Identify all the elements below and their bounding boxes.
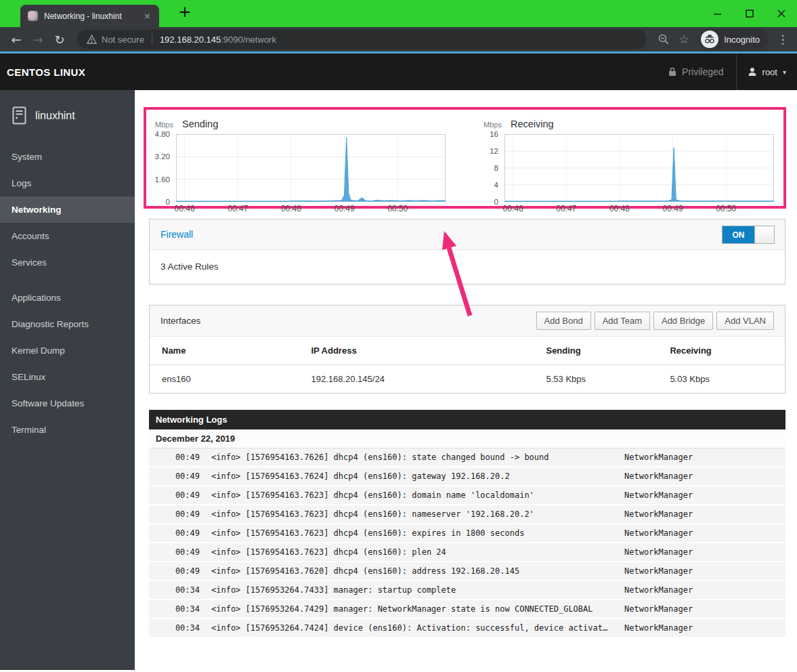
window-minimize-button[interactable] (702, 0, 733, 27)
warning-icon (87, 35, 97, 44)
add-bond-button[interactable]: Add Bond (536, 312, 591, 330)
log-row[interactable]: 00:49<info> [1576954163.7623] dhcp4 (ens… (149, 524, 785, 542)
privileged-badge: Privileged (668, 54, 736, 90)
sending-plot (176, 134, 446, 202)
logs-title: Networking Logs (149, 410, 785, 429)
sidebar-item-software-updates[interactable]: Software Updates (0, 390, 135, 417)
main-content: Mbps Sending 4.803.201.600 00:4600:4700:… (135, 90, 797, 670)
log-time: 00:49 (149, 547, 200, 558)
hostname-label: linuxhint (35, 110, 75, 122)
firewall-toggle[interactable]: ON (722, 226, 775, 244)
add-vlan-button[interactable]: Add VLAN (716, 312, 774, 330)
sidebar-item-networking[interactable]: Networking (0, 196, 135, 223)
log-time: 00:49 (149, 509, 200, 520)
sidebar: linuxhint SystemLogsNetworkingAccountsSe… (0, 90, 135, 670)
log-row[interactable]: 00:49<info> [1576954163.7620] dhcp4 (ens… (149, 562, 785, 580)
interface-row[interactable]: ens160192.168.20.145/245.53 Kbps5.03 Kbp… (150, 365, 785, 394)
browser-menu-icon[interactable]: ⋮ (774, 33, 792, 46)
log-time: 00:49 (149, 490, 200, 501)
x-tick-label: 00:49 (335, 204, 355, 213)
log-message: <info> [1576953264.7433] manager: startu… (211, 585, 624, 595)
log-service: NetworkManager (624, 547, 785, 558)
log-time: 00:34 (149, 585, 200, 595)
y-tick-label: 1.60 (155, 175, 170, 184)
sidebar-item-services[interactable]: Services (0, 249, 135, 276)
window-close-button[interactable] (765, 0, 797, 27)
sidebar-item-applications[interactable]: Applications (0, 285, 135, 311)
privileged-label: Privileged (682, 66, 723, 77)
reload-icon[interactable]: ↻ (49, 28, 70, 50)
logs-date-header: December 22, 2019 (149, 429, 785, 448)
sidebar-item-diagnostic-reports[interactable]: Diagnostic Reports (0, 311, 135, 337)
log-time: 00:34 (149, 623, 200, 633)
log-row[interactable]: 00:34<info> [1576953264.7424] device (en… (149, 619, 785, 637)
log-row[interactable]: 00:49<info> [1576954163.7623] dhcp4 (ens… (149, 486, 785, 504)
zoom-icon[interactable] (653, 29, 674, 49)
user-menu[interactable]: root ▾ (737, 67, 786, 77)
log-service: NetworkManager (624, 566, 785, 576)
log-row[interactable]: 00:49<info> [1576954163.7624] dhcp4 (ens… (149, 467, 785, 485)
receiving-chart-unit: Mbps (475, 121, 504, 129)
sidebar-item-accounts[interactable]: Accounts (0, 223, 135, 249)
log-message: <info> [1576953264.7429] manager: Networ… (211, 604, 624, 614)
log-row[interactable]: 00:49<info> [1576954163.7623] dhcp4 (ens… (149, 505, 785, 523)
log-row[interactable]: 00:34<info> [1576953264.7429] manager: N… (149, 600, 785, 618)
interfaces-panel: Interfaces Add BondAdd TeamAdd BridgeAdd… (149, 305, 785, 394)
y-tick-label: 0 (166, 198, 170, 206)
sending-y-axis: 4.803.201.600 (146, 134, 176, 202)
log-service: NetworkManager (624, 528, 785, 539)
log-message: <info> [1576954163.7623] dhcp4 (ens160):… (211, 528, 624, 539)
x-tick-label: 00:50 (387, 204, 408, 213)
interfaces-table: NameIP AddressSendingReceiving ens160192… (150, 337, 785, 393)
log-service: NetworkManager (624, 604, 785, 614)
log-row[interactable]: 00:34<info> [1576953264.7433] manager: s… (149, 581, 785, 599)
receiving-chart-title: Receiving (511, 119, 554, 129)
interface-cell: 5.03 Kbps (658, 365, 785, 394)
log-service: NetworkManager (624, 623, 785, 633)
sidebar-item-selinux[interactable]: SELinux (0, 364, 135, 390)
add-bridge-button[interactable]: Add Bridge (653, 312, 713, 330)
chevron-down-icon: ▾ (783, 68, 786, 76)
y-tick-label: 12 (490, 147, 498, 155)
log-message: <info> [1576954163.7624] dhcp4 (ens160):… (211, 471, 624, 482)
back-icon[interactable]: ← (5, 28, 27, 50)
sidebar-item-system[interactable]: System (0, 144, 135, 170)
firewall-link[interactable]: Firewall (160, 229, 193, 240)
security-label: Not secure (102, 35, 144, 45)
log-message: <info> [1576954163.7623] dhcp4 (ens160):… (211, 547, 624, 558)
app-header: CENTOS LINUX Privileged root ▾ (0, 54, 797, 90)
bookmark-star-icon[interactable]: ☆ (674, 29, 694, 49)
user-icon (748, 67, 757, 77)
sidebar-item-kernel-dump[interactable]: Kernel Dump (0, 337, 135, 364)
window-maximize-button[interactable] (733, 0, 765, 27)
new-tab-button[interactable]: + (175, 3, 195, 20)
y-tick-label: 4.80 (155, 130, 170, 138)
brand-title: CENTOS LINUX (7, 66, 85, 78)
log-service: NetworkManager (624, 452, 785, 463)
x-tick-label: 00:46 (175, 204, 195, 213)
y-tick-label: 4 (494, 181, 498, 189)
sidebar-item-logs[interactable]: Logs (0, 170, 135, 196)
forward-icon[interactable]: → (27, 28, 49, 50)
sidebar-hostname[interactable]: linuxhint (0, 90, 135, 138)
browser-tab[interactable]: Networking - linuxhint × (20, 5, 159, 27)
x-tick-label: 00:48 (609, 204, 630, 213)
address-bar[interactable]: Not secure 192.168.20.145 :9090/network (77, 30, 647, 49)
add-team-button[interactable]: Add Team (595, 312, 650, 330)
sending-chart-unit: Mbps (146, 121, 176, 129)
log-time: 00:34 (149, 604, 200, 614)
log-row[interactable]: 00:49<info> [1576954163.7626] dhcp4 (ens… (149, 448, 785, 466)
tab-close-icon[interactable]: × (142, 11, 152, 21)
firewall-toggle-handle (754, 226, 774, 243)
receiving-plot (504, 134, 774, 202)
receiving-x-axis: 00:4600:4700:4800:4900:50 (504, 204, 774, 216)
url-separator (152, 34, 152, 45)
log-message: <info> [1576954163.7626] dhcp4 (ens160):… (211, 452, 624, 463)
sidebar-item-terminal[interactable]: Terminal (0, 417, 135, 443)
log-time: 00:49 (149, 566, 200, 576)
log-message: <info> [1576954163.7620] dhcp4 (ens160):… (211, 566, 624, 576)
log-row[interactable]: 00:49<info> [1576954163.7623] dhcp4 (ens… (149, 543, 785, 561)
log-service: NetworkManager (624, 585, 785, 595)
x-tick-label: 00:47 (556, 204, 576, 213)
y-tick-label: 0 (494, 198, 498, 206)
